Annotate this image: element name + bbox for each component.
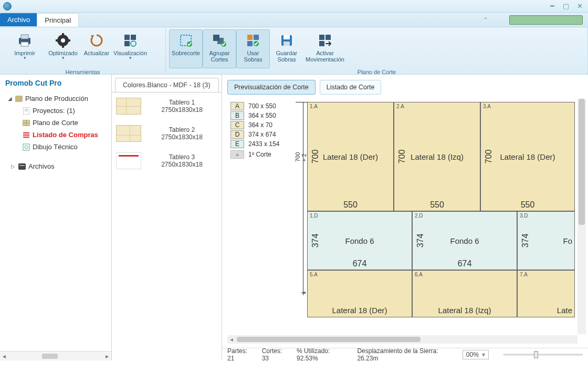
save-icon [278,32,295,49]
sidebar-hscroll[interactable]: ◂ ▸ [0,351,111,360]
piece-1a[interactable]: 1.A 700 Lateral 18 (Der) 550 [307,102,394,211]
print-icon [16,32,33,49]
svg-rect-26 [326,35,331,40]
board-panel: Colores.Blanco - MDF - 18 (3) Tablero 1 … [112,75,222,360]
close-button[interactable]: ✕ [574,3,585,10]
title-bar: ━ ▢ ✕ [0,0,588,13]
svg-rect-7 [56,39,59,42]
archive-icon [18,163,26,170]
group-icon [211,32,228,49]
legend-key: C [230,121,244,129]
tree-archivos[interactable]: ▷ Archivos [0,160,111,172]
scrollbar-thumb[interactable] [42,354,58,359]
cutting-board: 1.A 700 Lateral 18 (Der) 550 2.A 700 Lat… [307,102,576,334]
board-dims: 2750x1830x18 [146,133,217,141]
piece-2d[interactable]: 2.D 374 Fondo 6 674 [412,211,517,270]
visualizacion-button[interactable]: Visualización ▾ [113,29,147,68]
board-item-2[interactable]: Tablero 2 2750x1830x18 [112,120,222,147]
piece-3d[interactable]: 3.D 374 Fo [517,211,575,270]
actualizar-button[interactable]: Actualizar [80,29,113,68]
minimize-button[interactable]: ━ [547,3,558,10]
folder-icon [15,95,23,102]
status-indicator [509,15,583,25]
ribbon: Imprimir ▾ Optimizado ▾ Actualizar [0,27,588,75]
svg-rect-28 [15,96,23,102]
use-scraps-icon [245,32,261,49]
board-thumb-icon [116,125,141,142]
piece-7a[interactable]: 7.A Late [517,270,575,317]
slider-thumb[interactable] [534,351,538,358]
canvas-vscroll[interactable] [578,99,586,334]
usar-sobras-button[interactable]: Usar Sobras [236,29,270,68]
status-bar: Partes: 21 Cortes: 33 % Utilizado: 92.53… [222,348,588,360]
svg-rect-5 [62,33,64,36]
grid-icon [22,119,30,127]
guardar-sobras-button[interactable]: Guardar Sobras [270,29,303,68]
dropdown-icon: ▾ [24,55,26,60]
piece-1d[interactable]: 1.D 374 Fondo 6 674 [307,211,412,270]
ribbon-collapse-icon[interactable]: ⌃ [483,16,488,24]
arrow-icon: ↠ [301,289,306,296]
activar-movimentacion-button[interactable]: Activar Movimentación [303,29,346,68]
tree-plano-corte[interactable]: Plano de Corte [0,117,111,129]
zoom-slider[interactable] [503,354,583,356]
scroll-right-icon[interactable]: ▸ [103,352,111,360]
piece-5a[interactable]: 5.A Lateral 18 (Der) [307,270,412,317]
piece-2a[interactable]: 2.A 700 Lateral 18 (Izq) 550 [394,102,480,211]
tree-plano-produccion[interactable]: ◢ Plano de Producción [0,92,111,105]
board-dims: 2750x1830x18 [146,106,217,113]
maximize-button[interactable]: ▢ [561,3,571,10]
agrupar-cortes-button[interactable]: Agrupar Cortes [203,29,236,68]
board-item-1[interactable]: Tablero 1 2750x1830x18 [112,92,222,120]
svg-point-39 [25,146,28,149]
tree-proyectos[interactable]: Proyectos: (1) [0,105,111,117]
svg-point-4 [61,38,65,43]
tree-dibujo-tecnico[interactable]: Dibujo Técnico [0,141,111,153]
dropdown-icon: ▾ [62,55,65,60]
app-title: Promob Cut Pro [0,75,111,91]
svg-rect-25 [319,35,324,40]
sidebar: Promob Cut Pro ◢ Plano de Producción Pro… [0,75,112,360]
zoom-percent[interactable]: 00%▾ [463,350,489,359]
status-cortes: Cortes: 33 [262,347,289,362]
tab-previsualizacion[interactable]: Previsualización de Corte [227,80,316,95]
axis-vertical: 700 + 2 ↠ [296,102,307,295]
sobrecorte-button[interactable]: Sobrecorte [169,29,203,68]
legend-key: » [230,150,244,159]
svg-rect-27 [319,41,324,46]
svg-rect-24 [284,42,290,46]
scrollbar-thumb[interactable] [237,337,421,342]
menu-principal[interactable]: Principal [37,13,79,27]
menu-bar: Archivo Principal ⌃ [0,13,588,27]
list-icon [22,131,30,139]
scroll-left-icon[interactable]: ◂ [227,336,236,343]
piece-6a[interactable]: 6.A Lateral 18 (Izq) [412,270,517,317]
canvas-hscroll[interactable]: ◂ [227,335,578,344]
tree-listado-compras[interactable]: Listado de Compras [0,129,111,141]
board-list: Tablero 1 2750x1830x18 Tablero 2 2750x18… [112,92,222,360]
status-partes: Partes: 21 [227,347,255,362]
dropdown-icon: ▾ [129,55,132,60]
scroll-left-icon[interactable]: ◂ [0,352,8,360]
overcut-icon [177,32,194,49]
legend-key: A [230,102,244,110]
document-tab[interactable]: Colores.Blanco - MDF - 18 (3) [115,78,219,92]
svg-rect-23 [284,35,290,39]
board-item-3[interactable]: Tablero 3 2750x1830x18 [112,147,222,174]
svg-rect-9 [124,35,130,40]
svg-rect-8 [67,39,70,42]
expand-icon[interactable]: ▷ [10,163,16,169]
status-desplazamiento: Desplazamiento de la Sierra: 26.23m [357,347,455,362]
scrollbar-thumb[interactable] [579,99,585,225]
board-name: Tablero 2 [146,126,217,133]
status-utilizado: % Utilizado: 92.53% [297,347,350,362]
svg-rect-6 [62,45,64,48]
menu-archivo[interactable]: Archivo [0,13,37,26]
piece-3a[interactable]: 3.A 700 Lateral 18 (Der) 550 [480,102,575,211]
tab-listado[interactable]: Listado de Corte [320,80,382,95]
imprimir-button[interactable]: Imprimir ▾ [3,29,46,68]
optimizado-button[interactable]: Optimizado ▾ [46,29,80,68]
legend-key: B [230,111,244,120]
expand-icon[interactable]: ◢ [7,96,13,101]
cut-preview-canvas[interactable]: A700 x 550 B364 x 550 C364 x 70 D374 x 6… [227,99,586,348]
